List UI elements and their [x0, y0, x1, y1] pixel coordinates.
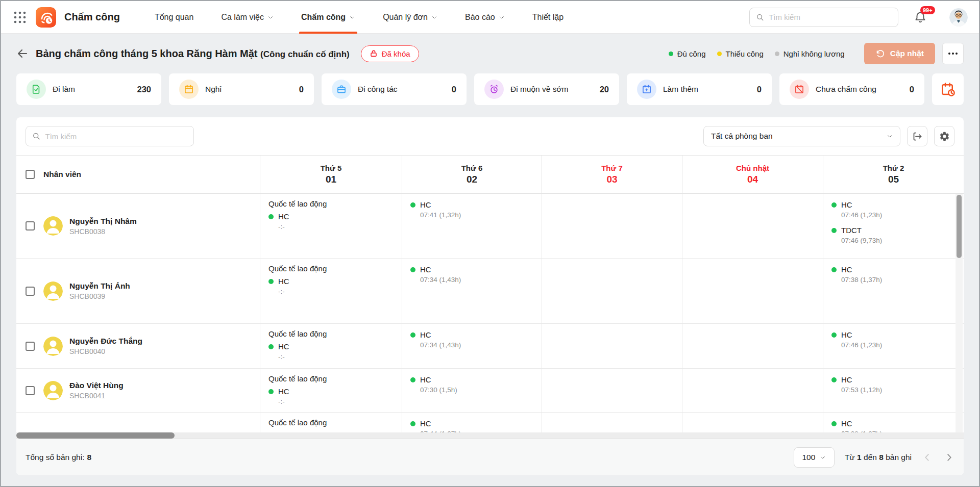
green-dot-icon: [831, 377, 837, 382]
update-button[interactable]: Cập nhật: [864, 43, 935, 64]
stat-card-chua-cham-cong: Chưa chấm công 0: [779, 73, 924, 105]
day-cell[interactable]: [682, 413, 823, 432]
day-cell[interactable]: HC 07:41 (1,32h): [402, 194, 542, 258]
calendar-plus-icon: [637, 80, 656, 99]
day-cell[interactable]: HC 07:38 (1,27h): [823, 413, 964, 432]
row-checkbox[interactable]: [26, 386, 35, 395]
day-cell[interactable]: [682, 259, 823, 323]
row-checkbox[interactable]: [26, 221, 35, 230]
stat-value: 0: [299, 85, 304, 94]
more-actions-button[interactable]: [942, 43, 964, 64]
day-cell[interactable]: [542, 369, 682, 412]
day-cell[interactable]: HC 07:38 (1,37h): [823, 259, 964, 323]
nav-item-bao-cao[interactable]: Báo cáo: [465, 1, 505, 34]
employee-name[interactable]: Nguyễn Thị Nhâm: [69, 217, 137, 225]
green-dot-icon: [410, 202, 415, 208]
nav-item-cham-cong[interactable]: Chấm công: [301, 1, 355, 34]
previous-page-icon[interactable]: [922, 452, 933, 463]
app-launcher-grid-icon[interactable]: [12, 10, 28, 25]
avatar: [43, 337, 63, 356]
day-cell[interactable]: HC 07:44 (1,27h): [402, 413, 542, 432]
nav-item-ca-lam-viec[interactable]: Ca làm việc: [221, 1, 274, 34]
back-arrow-icon[interactable]: [16, 47, 29, 60]
day-column-header: Chủ nhật04: [682, 156, 823, 193]
day-cell[interactable]: Quốc tế lao động HC -:-: [260, 324, 402, 368]
day-cell[interactable]: Quốc tế lao động HC -:-: [260, 369, 402, 412]
employee-code: SHCB0039: [69, 292, 130, 300]
green-dot-icon: [268, 344, 274, 349]
employee-name[interactable]: Nguyễn Đức Thắng: [69, 337, 142, 345]
horizontal-scrollbar[interactable]: [16, 432, 964, 439]
day-cell[interactable]: HC 07:53 (1,12h): [823, 369, 964, 412]
table-search-input[interactable]: [26, 126, 194, 146]
day-cell[interactable]: HC 07:30 (1,5h): [402, 369, 542, 412]
table-search-field[interactable]: [45, 132, 187, 141]
day-cell[interactable]: [542, 259, 682, 323]
table-row: Nguyễn Đức ThắngSHCB0040 Quốc tế lao độn…: [16, 324, 964, 369]
stat-card-di-cong-tac: Đi công tác 0: [322, 73, 467, 105]
global-search-field[interactable]: [769, 13, 892, 21]
select-all-checkbox[interactable]: [26, 170, 35, 179]
holiday-label: Quốc tế lao động: [268, 199, 398, 208]
notifications-button[interactable]: 99+: [914, 11, 927, 24]
next-page-icon[interactable]: [943, 452, 954, 463]
day-cell[interactable]: HC 07:46 (1,23h): [823, 324, 964, 368]
day-cell[interactable]: Quốc tế lao động HC -:-: [260, 194, 402, 258]
avatar: [43, 281, 63, 301]
department-filter-select[interactable]: Tất cả phòng ban: [703, 126, 900, 146]
day-cell[interactable]: [682, 194, 823, 258]
global-search-input[interactable]: [749, 8, 898, 27]
calendar-schedule-button[interactable]: [932, 73, 964, 105]
page-subtitle: (Công chuẩn cố định): [260, 49, 350, 59]
day-cell[interactable]: [682, 324, 823, 368]
employee-name[interactable]: Nguyễn Thị Ánh: [69, 281, 130, 290]
stat-card-di-muon-ve-som: Đi muộn về sớm 20: [474, 73, 619, 105]
day-column-header: Thứ 205: [823, 156, 964, 193]
day-cell[interactable]: [682, 369, 823, 412]
green-dot-icon: [669, 52, 673, 56]
legend-thieu-cong: Thiếu công: [717, 49, 764, 58]
employee-name[interactable]: Đào Việt Hùng: [69, 381, 124, 390]
document-check-icon: [27, 80, 46, 99]
chevron-down-icon: [499, 14, 505, 20]
notification-badge: 99+: [920, 6, 935, 14]
employee-code: SHCB0041: [69, 392, 124, 400]
day-cell[interactable]: Quốc tế lao động HC: [260, 413, 402, 432]
export-button[interactable]: [907, 126, 927, 146]
green-dot-icon: [831, 421, 837, 426]
table-header: Nhân viên Thứ 501 Thứ 602 Thứ 703 Chủ nh…: [16, 155, 964, 194]
green-dot-icon: [410, 377, 415, 382]
gray-dot-icon: [775, 52, 779, 56]
green-dot-icon: [410, 332, 415, 338]
vertical-scrollbar[interactable]: [955, 194, 963, 432]
nav-item-quan-ly-don[interactable]: Quản lý đơn: [383, 1, 437, 34]
stat-value: 0: [910, 85, 914, 94]
table-row: Quốc tế lao động HC HC 07:44 (1,27h) HC …: [16, 413, 964, 432]
day-cell[interactable]: HC 07:34 (1,43h): [402, 259, 542, 323]
table-row: Nguyễn Thị ÁnhSHCB0039 Quốc tế lao động …: [16, 259, 964, 324]
employee-code: SHCB0040: [69, 347, 142, 355]
day-cell[interactable]: HC 07:46 (1,23h) TDCT 07:46 (9,73h): [823, 194, 964, 258]
row-checkbox[interactable]: [26, 287, 35, 296]
table-settings-button[interactable]: [934, 126, 954, 146]
day-cell[interactable]: [542, 413, 682, 432]
day-cell[interactable]: [542, 324, 682, 368]
nav-item-thiet-lap[interactable]: Thiết lập: [532, 1, 564, 34]
row-checkbox[interactable]: [26, 342, 35, 351]
chevron-down-icon: [431, 14, 437, 20]
day-column-header: Thứ 501: [260, 156, 402, 193]
vertical-scrollbar-thumb[interactable]: [957, 195, 962, 258]
nav-item-tong-quan[interactable]: Tổng quan: [155, 1, 194, 34]
app-title: Chấm công: [64, 11, 120, 23]
alarm-clock-icon: [484, 80, 504, 99]
green-dot-icon: [410, 267, 415, 272]
day-cell[interactable]: HC 07:34 (1,43h): [402, 324, 542, 368]
day-cell[interactable]: [542, 194, 682, 258]
day-cell[interactable]: Quốc tế lao động HC -:-: [260, 259, 402, 323]
horizontal-scrollbar-thumb[interactable]: [16, 432, 175, 439]
stat-card-lam-them: Làm thêm 0: [627, 73, 772, 105]
chevron-down-icon: [887, 133, 893, 139]
page-size-select[interactable]: 100: [794, 447, 835, 468]
user-avatar[interactable]: [949, 8, 968, 27]
app-logo-timekeeping-icon[interactable]: [36, 7, 56, 28]
